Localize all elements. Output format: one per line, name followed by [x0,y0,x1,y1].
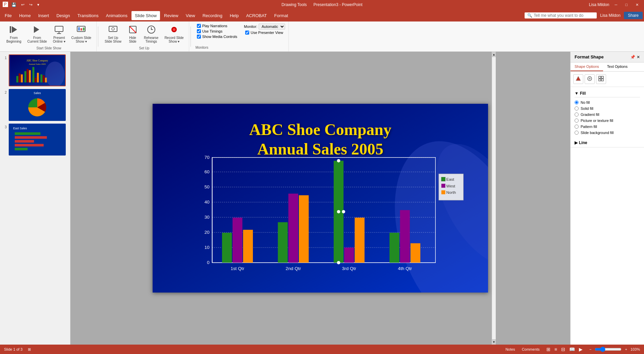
hide-slide-icon [128,25,138,35]
effects-icon-btn[interactable] [585,74,595,84]
slide-thumb-1[interactable]: 1 ABC Shoe Company Annual Sales 2005 [1,54,69,86]
svg-text:ABC Shoe Company: ABC Shoe Company [26,59,48,62]
close-btn[interactable]: ✕ [633,2,641,8]
fill-section-header[interactable]: ▼ Fill [575,90,640,97]
record-show-btn[interactable]: Record SlideShow ▾ [162,23,186,45]
scroll-down-btn[interactable]: ▼ [492,339,496,345]
radio-picture-fill[interactable]: Picture or texture fill [575,118,640,124]
zoom-slider[interactable] [595,347,622,352]
radio-solid-fill-input[interactable] [575,106,579,110]
radio-picture-fill-input[interactable] [575,119,579,123]
slide-img-2[interactable]: Sales [9,89,66,121]
panel-close-btn[interactable]: ✕ [637,55,640,59]
menu-acrobat[interactable]: ACROBAT [243,11,270,20]
radio-solid-fill[interactable]: Solid fill [575,105,640,112]
menu-design[interactable]: Design [53,11,73,20]
slideshow-view-btn[interactable]: ▶ [578,346,584,353]
use-timings-input[interactable] [197,29,201,33]
svg-rect-28 [33,67,35,82]
svg-text:North: North [446,190,456,194]
slide-sorter-btn[interactable]: ⊟ [560,346,567,353]
search-input[interactable] [534,13,594,18]
svg-rect-42 [15,140,34,143]
save-qat-btn[interactable]: 💾 [10,2,18,8]
radio-gradient-fill[interactable]: Gradient fill [575,112,640,118]
use-timings-check[interactable]: Use Timings [196,29,239,34]
show-media-input[interactable] [197,35,201,39]
user-account: Lisa Mildon [600,13,621,18]
menu-animations[interactable]: Animations [103,11,131,20]
menu-help[interactable]: Help [226,11,242,20]
radio-gradient-fill-input[interactable] [575,113,579,117]
menu-file[interactable]: File [1,11,15,20]
from-current-icon [33,25,42,35]
slide-img-1[interactable]: ABC Shoe Company Annual Sales 2005 [9,54,66,86]
slide-thumb-3[interactable]: 3 East Sales [1,124,69,156]
svg-rect-32 [43,75,45,82]
zoom-in-btn[interactable]: + [624,347,628,352]
layout-icon-btn[interactable] [596,74,606,84]
radio-slide-bg-fill-input[interactable] [575,131,579,135]
tab-text-options[interactable]: Text Options [603,62,632,71]
hide-slide-btn[interactable]: HideSlide [125,23,140,45]
tab-shape-options[interactable]: Shape Options [571,62,603,71]
svg-rect-10 [83,28,85,31]
menu-recording[interactable]: Recording [199,11,226,20]
panel-pin-btn[interactable]: 📌 [630,55,635,59]
setup-show-btn[interactable]: Set UpSlide Show [102,23,124,45]
slide-thumb-2[interactable]: 2 Sales [1,89,69,121]
menu-transitions[interactable]: Transitions [74,11,102,20]
scroll-up-btn[interactable]: ▲ [492,52,496,57]
redo-qat-btn[interactable]: ↪ [28,2,34,8]
notes-btn[interactable]: Notes [504,347,517,352]
menu-format[interactable]: Format [271,11,291,20]
svg-text:40: 40 [205,200,210,205]
rehearse-btn[interactable]: RehearseTimings [142,23,161,45]
monitor-select[interactable]: Automatic [259,24,285,30]
custom-show-btn[interactable]: Custom SlideShow ▾ [69,23,94,45]
from-current-btn[interactable]: FromCurrent Slide [25,23,49,45]
line-section[interactable]: ▶ Line [571,138,644,147]
show-media-check[interactable]: Show Media Controls [196,34,239,39]
format-shape-panel: Format Shape 📌 ✕ Shape Options Text Opti… [570,52,644,345]
customize-qat-btn[interactable]: ▾ [36,2,41,8]
radio-solid-fill-label: Solid fill [581,106,593,110]
comments-btn[interactable]: Comments [521,347,541,352]
play-narrations-check[interactable]: Play Narrations [196,24,239,28]
restore-btn[interactable]: □ [623,2,630,7]
zoom-area: − + 103% [588,347,640,352]
radio-no-fill[interactable]: No fill [575,99,640,105]
play-narrations-input[interactable] [197,24,201,28]
menu-view[interactable]: View [182,11,199,20]
minimize-btn[interactable]: ─ [612,2,620,7]
radio-pattern-fill[interactable]: Pattern fill [575,124,640,130]
menu-bar: File Home Insert Design Transitions Anim… [0,9,644,21]
slide-title: ABC Shoe Company Annual Sales 2005 [249,120,391,159]
radio-pattern-fill-label: Pattern fill [581,125,597,129]
slide-num-3: 3 [1,125,7,129]
from-beginning-btn[interactable]: FromBeginning [4,23,23,45]
presenter-view-check[interactable]: Use Presenter View [244,30,285,35]
svg-text:West: West [446,184,455,188]
slide-img-3[interactable]: East Sales [9,124,66,156]
reading-view-btn[interactable]: 📖 [568,346,576,353]
search-box[interactable]: 🔍 [525,12,597,18]
share-button[interactable]: Share [624,12,643,19]
outline-view-btn[interactable]: ≡ [553,346,558,353]
svg-text:70: 70 [205,155,210,160]
radio-slide-bg-fill[interactable]: Slide background fill [575,130,640,136]
presenter-view-input[interactable] [245,31,249,35]
menu-review[interactable]: Review [161,11,182,20]
present-online-btn[interactable]: PresentOnline ▾ [51,23,68,45]
radio-pattern-fill-input[interactable] [575,125,579,129]
menu-insert[interactable]: Insert [35,11,53,20]
menu-slideshow[interactable]: Slide Show [131,11,160,20]
fill-icon-btn[interactable] [573,74,583,84]
ribbon-sep-1 [98,27,98,47]
undo-qat-btn[interactable]: ↩ [20,2,26,8]
radio-no-fill-input[interactable] [575,100,579,104]
menu-home[interactable]: Home [16,11,34,20]
svg-point-81 [342,210,345,213]
normal-view-btn[interactable]: ⊞ [545,346,552,353]
zoom-out-btn[interactable]: − [588,347,593,352]
